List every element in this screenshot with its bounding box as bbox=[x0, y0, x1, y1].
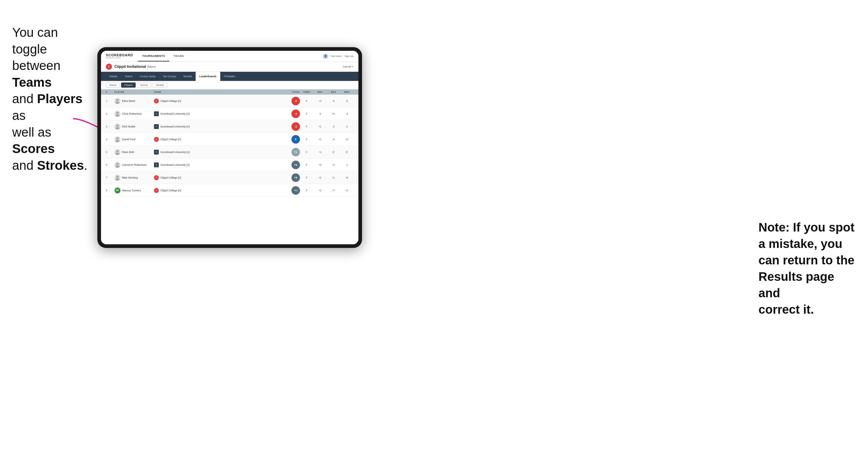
tab-printables[interactable]: Printables bbox=[220, 72, 239, 81]
toggle-strokes[interactable]: Strokes bbox=[152, 83, 167, 88]
team-cell: C Clippd College [A] bbox=[154, 175, 215, 180]
nav-teams[interactable]: TEAMS bbox=[169, 51, 188, 61]
player-avatar bbox=[114, 111, 121, 117]
team-name: Clippd College [A] bbox=[160, 189, 181, 192]
rd1-val: +1 bbox=[313, 125, 327, 128]
tab-course-setup[interactable]: Course Setup bbox=[136, 72, 159, 81]
rd1-val: -5 bbox=[313, 112, 327, 115]
tournament-title: Clippd Invitational (Men) bbox=[114, 64, 156, 69]
table-row: 7 Blair McHarg C Clippd College [A] +9 F… bbox=[101, 171, 359, 184]
rd3-val: +2 bbox=[340, 189, 353, 192]
scoreboard-logo: SCOREBOARD Powered by clippd bbox=[106, 54, 133, 59]
svg-point-12 bbox=[115, 165, 120, 168]
team-icon: C bbox=[154, 137, 159, 142]
row-num: 6 bbox=[106, 163, 114, 166]
toggle-row: Teams Players Scores Strokes bbox=[101, 81, 359, 89]
rd2-val: +2 bbox=[327, 163, 340, 166]
rd2-val: +7 bbox=[327, 189, 340, 192]
nav-links: TOURNAMENTS TEAMS bbox=[138, 51, 188, 61]
tournament-gender: (Men) bbox=[147, 65, 156, 68]
rd3-val: E bbox=[340, 151, 353, 154]
svg-point-6 bbox=[115, 127, 120, 130]
nav-right: 👤 Test User | Sign out bbox=[323, 54, 353, 59]
user-name: Test User | bbox=[331, 55, 342, 58]
team-icon: C bbox=[154, 99, 159, 103]
player-avatar bbox=[114, 124, 121, 130]
sign-out-link[interactable]: Sign out bbox=[345, 55, 353, 58]
nav-tournaments[interactable]: TOURNAMENTS bbox=[138, 51, 169, 61]
svg-point-3 bbox=[116, 112, 119, 114]
col-rd2: RD2 bbox=[327, 91, 340, 93]
team-icon: ≡ bbox=[154, 124, 159, 129]
team-icon: ≡ bbox=[154, 162, 159, 167]
toggle-teams[interactable]: Teams bbox=[106, 83, 120, 88]
player-name: Rees Britt bbox=[122, 151, 134, 154]
row-num: 5 bbox=[106, 151, 114, 154]
svg-point-1 bbox=[116, 99, 119, 101]
col-player: PLAYER bbox=[114, 91, 154, 93]
powered-by: Powered by clippd bbox=[106, 57, 133, 59]
player-avatar bbox=[114, 175, 121, 181]
tab-details[interactable]: Details bbox=[106, 72, 121, 81]
col-rd1: RD1 bbox=[313, 91, 327, 93]
row-num: 3 bbox=[106, 125, 114, 128]
tab-leaderboards[interactable]: Leaderboards bbox=[196, 72, 220, 81]
player-cell: Rich Butler bbox=[114, 124, 154, 130]
team-icon: C bbox=[154, 188, 159, 193]
row-num: 8 bbox=[106, 189, 114, 192]
rd3-val: -1 bbox=[340, 125, 353, 128]
table-row: 5 Rees Britt ≡ Scoreboard University [A]… bbox=[101, 146, 359, 158]
table-row: 6 Cameron Robertson ≡ Scoreboard Univers… bbox=[101, 158, 359, 171]
thru-val: F bbox=[300, 99, 313, 102]
score-badge: +6 bbox=[291, 161, 300, 169]
player-avatar bbox=[114, 98, 121, 104]
tab-results[interactable]: Results bbox=[180, 72, 196, 81]
col-total: TOTAL bbox=[282, 91, 300, 93]
svg-point-14 bbox=[115, 178, 120, 181]
rd2-val: -4 bbox=[327, 138, 340, 141]
player-avatar bbox=[114, 162, 121, 168]
table-row: 1 Elliot Ebert C Clippd College [A] -8 F… bbox=[101, 95, 359, 107]
svg-point-9 bbox=[116, 150, 119, 152]
rd1-val: +2 bbox=[313, 176, 327, 179]
row-num: 2 bbox=[106, 112, 114, 115]
team-name: Scoreboard University [A] bbox=[160, 163, 190, 166]
score-badge: -2 bbox=[291, 122, 300, 131]
team-cell: C Clippd College [A] bbox=[154, 188, 215, 193]
teams-bold: Teams bbox=[12, 75, 52, 89]
tab-tee-groups[interactable]: Tee Groups bbox=[159, 72, 180, 81]
col-rd3: RD3 bbox=[340, 91, 353, 93]
strokes-bold: Strokes bbox=[37, 158, 84, 173]
svg-point-2 bbox=[115, 102, 120, 104]
team-name: Clippd College [A] bbox=[160, 176, 181, 179]
svg-point-4 bbox=[115, 115, 120, 117]
left-annotation: You can toggle between Teams and Players… bbox=[12, 24, 94, 174]
col-thru: THRU bbox=[300, 91, 313, 93]
row-num: 7 bbox=[106, 176, 114, 179]
brand-name: SCOREBOARD bbox=[106, 54, 133, 57]
table-row: 2 Chris Robertson ≡ Scoreboard Universit… bbox=[101, 107, 359, 120]
team-cell: C Clippd College [A] bbox=[154, 137, 215, 142]
team-name: Scoreboard University [A] bbox=[160, 112, 190, 115]
table-row: 3 Rich Butler ≡ Scoreboard University [A… bbox=[101, 120, 359, 133]
toggle-scores[interactable]: Scores bbox=[137, 83, 151, 88]
svg-point-13 bbox=[116, 176, 119, 178]
player-avatar: MT bbox=[114, 187, 121, 193]
row-num: 4 bbox=[106, 138, 114, 141]
svg-point-11 bbox=[116, 163, 119, 165]
tab-teams[interactable]: Teams bbox=[121, 72, 136, 81]
score-badge: +9 bbox=[291, 174, 300, 182]
leaderboard-table: # PLAYER TEAM TOTAL THRU RD1 RD2 RD3 1 E… bbox=[101, 89, 359, 244]
player-name: Blair McHarg bbox=[122, 176, 138, 179]
player-name: Chris Robertson bbox=[122, 112, 142, 115]
table-row: 8 MT Marcus Turners C Clippd College [A]… bbox=[101, 184, 359, 197]
team-cell: ≡ Scoreboard University [A] bbox=[154, 162, 215, 167]
player-cell: Rees Britt bbox=[114, 149, 154, 155]
player-cell: MT Marcus Turners bbox=[114, 187, 154, 193]
svg-point-5 bbox=[116, 124, 119, 127]
toggle-players[interactable]: Players bbox=[121, 83, 136, 88]
cancel-button[interactable]: Cancel × bbox=[343, 65, 353, 68]
player-name: David Ford bbox=[122, 138, 135, 141]
rd2-val: -2 bbox=[327, 125, 340, 128]
rd3-val: -4 bbox=[340, 112, 353, 115]
